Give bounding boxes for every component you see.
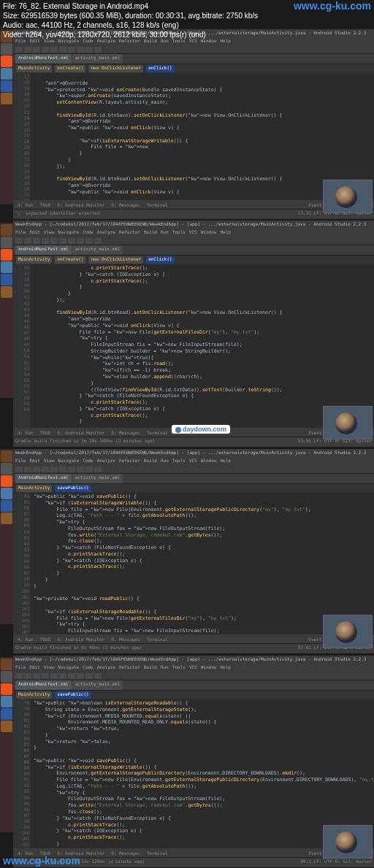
breadcrumb-item[interactable]: new OnClickListener [88, 65, 143, 72]
menu-vcs[interactable]: VCS [189, 229, 197, 237]
bottom-tab[interactable]: 0: Run [15, 202, 36, 207]
menu-build[interactable]: Build [144, 458, 157, 465]
breadcrumb[interactable]: MainActivitysavePublic() [13, 484, 374, 493]
breadcrumb-item[interactable]: onCreate() [55, 65, 85, 72]
breadcrumb[interactable]: MainActivitysavePublic() [13, 691, 374, 699]
firefox-icon[interactable] [1, 249, 12, 261]
bottom-tab[interactable]: TODO [38, 637, 53, 642]
toolbar-button[interactable] [50, 238, 58, 244]
toolbar-button[interactable] [50, 466, 58, 472]
toolbar-button[interactable] [15, 238, 23, 244]
menu-refactor[interactable]: Refactor [119, 664, 140, 672]
breadcrumb-item[interactable]: new OnClickListener [88, 256, 143, 264]
toolbar-button[interactable] [77, 47, 84, 53]
settings-icon[interactable] [1, 708, 12, 720]
menu-help[interactable]: Help [220, 229, 230, 237]
menu-window[interactable]: Window [201, 229, 217, 237]
menu-navigate[interactable]: Navigate [58, 229, 79, 237]
code-editor[interactable]: 3637383940414243444546474849505152535455… [13, 264, 374, 437]
bottom-tab[interactable]: 0: Messages [109, 430, 142, 435]
bottom-tabs[interactable]: 4: RunTODO6: Android Monitor0: MessagesT… [13, 634, 374, 643]
ubuntu-launcher[interactable] [0, 29, 13, 204]
toolbar-button[interactable] [77, 238, 84, 244]
toolbar-button[interactable] [94, 673, 102, 679]
editor-tab[interactable]: AndroidManifest.xml [15, 54, 72, 64]
code-editor[interactable]: 8485868788899091929394959697989910010110… [13, 493, 374, 643]
chromium-icon[interactable] [1, 488, 12, 499]
menu-navigate[interactable]: Navigate [58, 664, 79, 672]
breadcrumb-item[interactable]: MainActivity [16, 691, 52, 699]
chromium-icon[interactable] [1, 696, 12, 707]
editor-tab[interactable]: AndroidManifest.xml [15, 680, 72, 690]
android-studio-icon[interactable] [1, 721, 12, 732]
breadcrumb-item[interactable]: onClick() [146, 256, 175, 264]
bottom-tab[interactable]: 6: Android Monitor [55, 430, 107, 435]
android-studio-icon[interactable] [1, 512, 12, 524]
chromium-icon[interactable] [1, 261, 12, 273]
bottom-tab[interactable]: 0: Messages [109, 202, 142, 207]
toolbar-button[interactable] [42, 466, 49, 472]
toolbar-button[interactable] [68, 47, 75, 53]
toolbar-button[interactable] [24, 238, 31, 244]
toolbar-button[interactable] [85, 466, 93, 472]
toolbar[interactable] [13, 672, 374, 680]
ubuntu-launcher[interactable] [0, 223, 13, 398]
menu-code[interactable]: Code [83, 458, 93, 465]
menu-analyze[interactable]: Analyze [97, 664, 115, 672]
bottom-tabs[interactable]: 0: RunTODO6: Android Monitor0: MessagesT… [13, 200, 374, 209]
menu-window[interactable]: Window [201, 458, 217, 465]
menu-help[interactable]: Help [220, 664, 230, 672]
menu-bar[interactable]: FileEditViewNavigateCodeAnalyzeRefactorB… [13, 458, 374, 465]
menu-view[interactable]: View [44, 664, 54, 672]
toolbar-button[interactable] [42, 238, 49, 244]
firefox-icon[interactable] [1, 475, 12, 487]
android-studio-icon[interactable] [1, 286, 12, 298]
chromium-icon[interactable] [1, 68, 12, 80]
toolbar-button[interactable] [33, 673, 40, 679]
bottom-tab[interactable]: TODO [38, 202, 53, 207]
bottom-tab[interactable]: Terminal [145, 637, 170, 642]
breadcrumb[interactable]: MainActivityonCreate()new OnClickListene… [13, 256, 374, 264]
files-icon[interactable] [1, 224, 12, 236]
toolbar-button[interactable] [15, 466, 23, 472]
menu-build[interactable]: Build [144, 664, 157, 672]
menu-file[interactable]: File [15, 229, 26, 237]
menu-run[interactable]: Run [161, 229, 169, 237]
editor-tab[interactable]: activity_main.xml [72, 245, 123, 255]
menu-help[interactable]: Help [220, 458, 230, 465]
toolbar-button[interactable] [59, 238, 66, 244]
menu-edit[interactable]: Edit [29, 664, 39, 672]
toolbar-button[interactable] [94, 238, 102, 244]
editor-tab[interactable]: activity_main.xml [72, 54, 123, 64]
breadcrumb-item[interactable]: savePublic() [55, 485, 91, 492]
settings-icon[interactable] [1, 80, 12, 92]
toolbar-button[interactable] [85, 673, 93, 679]
toolbar-button[interactable] [50, 673, 58, 679]
toolbar-button[interactable] [50, 47, 58, 53]
menu-tools[interactable]: Tools [172, 664, 186, 672]
toolbar-button[interactable] [68, 466, 75, 472]
bottom-tab[interactable]: TODO [38, 430, 53, 435]
ubuntu-launcher[interactable] [0, 449, 13, 624]
editor-tabs[interactable]: AndroidManifest.xmlactivity_main.xml [13, 474, 374, 484]
breadcrumb-item[interactable]: MainActivity [16, 65, 52, 72]
toolbar-button[interactable] [42, 47, 49, 53]
toolbar-button[interactable] [77, 466, 84, 472]
menu-file[interactable]: File [15, 458, 26, 465]
toolbar-button[interactable] [33, 47, 40, 53]
toolbar-button[interactable] [24, 673, 31, 679]
breadcrumb-item[interactable]: MainActivity [16, 256, 52, 264]
menu-edit[interactable]: Edit [29, 229, 39, 237]
toolbar-button[interactable] [59, 47, 66, 53]
breadcrumb[interactable]: MainActivityonCreate()new OnClickListene… [13, 64, 374, 73]
toolbar-button[interactable] [85, 238, 93, 244]
toolbar-button[interactable] [94, 47, 102, 53]
toolbar-button[interactable] [42, 673, 49, 679]
android-studio-icon[interactable] [1, 93, 12, 104]
menu-analyze[interactable]: Analyze [97, 229, 115, 237]
menu-refactor[interactable]: Refactor [119, 229, 140, 237]
menu-code[interactable]: Code [83, 664, 93, 672]
menu-vcs[interactable]: VCS [189, 458, 197, 465]
breadcrumb-item[interactable]: MainActivity [16, 485, 52, 492]
menu-vcs[interactable]: VCS [189, 664, 197, 672]
